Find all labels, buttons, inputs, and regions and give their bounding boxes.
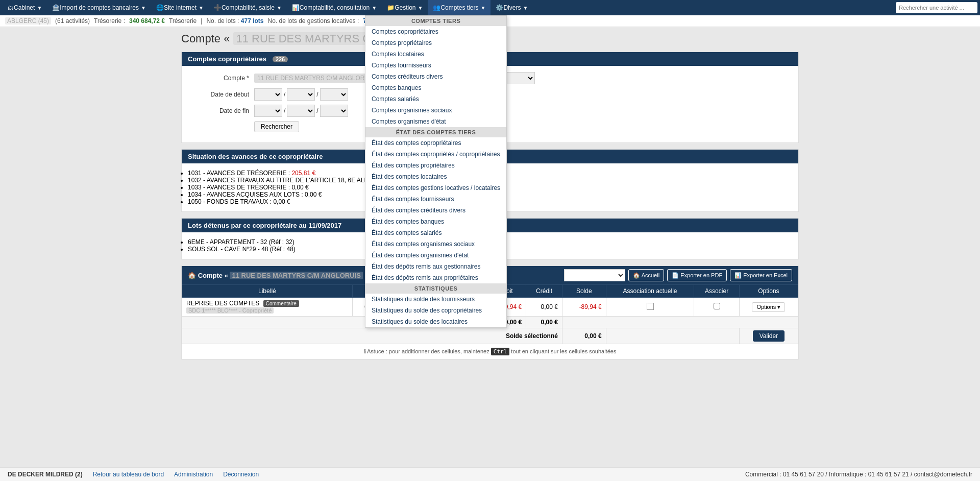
dropdown-item-comptes-organismes-sociaux[interactable]: Comptes organismes sociaux	[365, 105, 506, 116]
dropdown-item-etat-proprietaires[interactable]: État des comptes propriétaires	[365, 160, 506, 171]
comment-badge[interactable]: Commentaire	[263, 300, 299, 307]
form-compte-label: Compte *	[188, 75, 254, 82]
info-blurred-name: ABLGERC (45)	[5, 17, 51, 25]
gestion-icon: 📁	[387, 4, 395, 11]
compte-select[interactable]	[564, 269, 625, 281]
navbar-gestion[interactable]: 📁 Gestion ▼	[382, 0, 428, 15]
panel-situation-title: Situation des avances de ce copropriétai…	[188, 153, 323, 160]
compta-saisie-caret: ▼	[277, 5, 282, 11]
divers-caret: ▼	[523, 5, 528, 11]
navbar-cabinet-label: Cabinet	[14, 4, 35, 11]
dropdown-item-etat-locataires[interactable]: État des comptes locataires	[365, 171, 506, 182]
dropdown-item-etat-depots-proprietaires[interactable]: État des dépôts remis aux propriétaires	[365, 272, 506, 283]
options-dropdown-button[interactable]: Options ▾	[752, 302, 785, 312]
site-icon: 🌐	[156, 4, 164, 11]
info-lots-gestion: No. de lots de gestions locatives :	[267, 17, 359, 25]
dropdown-item-comptes-locataires[interactable]: Comptes locataires	[365, 49, 506, 60]
th-options: Options	[739, 285, 798, 298]
dropdown-item-comptes-salaries[interactable]: Comptes salariés	[365, 93, 506, 105]
dropdown-item-etat-banques[interactable]: État des comptes banques	[365, 216, 506, 227]
cabinet-caret: ▼	[37, 5, 42, 11]
search-button[interactable]: Rechercher	[254, 121, 299, 132]
dropdown-item-stats-fournisseurs[interactable]: Statistiques du solde des fournisseurs	[365, 294, 506, 305]
info-lots-value[interactable]: 477 lots	[241, 17, 264, 25]
td-libelle: REPRISE DES COMPTES Commentaire SDC 1***…	[182, 298, 353, 317]
dropdown-item-comptes-banques[interactable]: Comptes banques	[365, 82, 506, 93]
navbar-import-label: Import de comptes bancaires	[60, 4, 139, 11]
form-date-debut-year[interactable]	[320, 88, 348, 101]
tip-bar: ℹ Astuce : pour additionner des cellules…	[182, 344, 798, 359]
assoc-checkbox[interactable]	[647, 303, 654, 310]
dropdown-item-comptes-fournisseurs[interactable]: Comptes fournisseurs	[365, 60, 506, 71]
footer: DE DECKER MILDRED (2) Retour au tableau …	[0, 467, 980, 481]
navbar: 🗂 Cabinet ▼ 🏦 Import de comptes bancaire…	[0, 0, 980, 15]
export-excel-button[interactable]: 📊 Exporter en Excel	[730, 269, 792, 281]
info-activities: (61 activités)	[55, 17, 90, 25]
navbar-import[interactable]: 🏦 Import de comptes bancaires ▼	[47, 0, 151, 15]
table-row-solde: Solde sélectionné 0,00 € Valider	[182, 328, 798, 344]
dropdown-item-etat-depots-gestionnaires[interactable]: État des dépôts remis aux gestionnaires	[365, 261, 506, 272]
form-date-fin-year[interactable]	[320, 105, 348, 117]
dropdown-item-stats-locataires[interactable]: Statistiques du solde des locataires	[365, 316, 506, 327]
footer-user: DE DECKER MILDRED (2)	[8, 471, 83, 478]
panel-copro-title: Comptes copropriétaires	[188, 55, 266, 63]
td-associer	[694, 298, 739, 317]
dropdown-item-etat-organismes-etat[interactable]: État des comptes organismes d'état	[365, 250, 506, 261]
tip-icon: ℹ	[364, 348, 366, 354]
navbar-site[interactable]: 🌐 Site internet ▼	[151, 0, 209, 15]
dropdown-section-header-etat: ÉTAT DES COMPTES TIERS	[365, 127, 506, 137]
dropdown-item-etat-gestions-locatives[interactable]: État des comptes gestions locatives / lo…	[365, 182, 506, 194]
td-options: Options ▾	[739, 298, 798, 317]
compta-consultation-icon: 📊	[292, 4, 300, 11]
dropdown-item-etat-fournisseurs[interactable]: État des comptes fournisseurs	[365, 194, 506, 205]
accueil-button[interactable]: 🏠 Accueil	[628, 269, 664, 281]
td-solde: -89,94 €	[562, 298, 606, 317]
valider-button[interactable]: Valider	[753, 330, 785, 342]
navbar-divers[interactable]: ⚙️ Divers ▼	[491, 0, 533, 15]
navbar-compta-consultation[interactable]: 📊 Comptabilité, consultation ▼	[287, 0, 382, 15]
dropdown-item-stats-coproprietaires[interactable]: Statistiques du solde des copropriétaire…	[365, 305, 506, 316]
navbar-compta-saisie[interactable]: ➕ Comptabilité, saisie ▼	[209, 0, 287, 15]
comptes-tiers-icon: 👥	[433, 4, 440, 11]
divers-icon: ⚙️	[496, 4, 503, 11]
gestion-caret: ▼	[418, 5, 423, 11]
footer-link-deconnexion[interactable]: Déconnexion	[223, 471, 259, 478]
th-associer: Associer	[694, 285, 739, 298]
cabinet-icon: 🗂	[8, 4, 14, 11]
export-pdf-button[interactable]: 📄 Exporter en PDF	[667, 269, 727, 281]
tip-key: Ctrl	[491, 348, 510, 355]
date-sep2: /	[315, 91, 320, 98]
navbar-comptes-tiers[interactable]: 👥 Comptes tiers ▼	[428, 0, 491, 15]
dropdown-item-etat-coproprietaires[interactable]: État des comptes copropriétaires	[365, 137, 506, 149]
form-date-debut-month[interactable]	[287, 88, 315, 101]
tip-end: tout en cliquant sur les cellules souhai…	[511, 348, 616, 354]
td-credit: 0,00 €	[526, 298, 562, 317]
dropdown-item-etat-crediteurs-divers[interactable]: État des comptes créditeurs divers	[365, 205, 506, 216]
form-date-debut-day[interactable]	[254, 88, 282, 101]
associer-checkbox[interactable]	[714, 303, 720, 309]
dropdown-item-comptes-coproprietaires[interactable]: Comptes copropriétaires	[365, 26, 506, 37]
dropdown-item-comptes-proprietaires[interactable]: Comptes propriétaires	[365, 37, 506, 49]
dropdown-item-comptes-crediteurs-divers[interactable]: Comptes créditeurs divers	[365, 71, 506, 82]
dropdown-item-etat-coproprietes-coproprietaires[interactable]: État des comptes copropriétés / copropri…	[365, 149, 506, 160]
panel-header-buttons: 🏠 Accueil 📄 Exporter en PDF 📊 Exporter e…	[564, 269, 792, 281]
td-solde-label: Solde sélectionné	[182, 328, 562, 344]
dropdown-item-etat-organismes-sociaux[interactable]: État des comptes organismes sociaux	[365, 238, 506, 250]
panel-lots-title: Lots détenus par ce copropriétaire au 11…	[188, 222, 341, 229]
form-date-fin-month[interactable]	[287, 105, 315, 117]
compte-title-blurred: 11 RUE DES MARTYRS C/M ANGLORUIS	[230, 272, 362, 279]
footer-link-administration[interactable]: Administration	[174, 471, 213, 478]
dropdown-item-comptes-organismes-etat[interactable]: Comptes organismes d'état	[365, 116, 506, 127]
footer-link-retour[interactable]: Retour au tableau de bord	[93, 471, 164, 478]
td-libelle-sub: SDC 1***** BLO**** - Copropriété	[186, 307, 274, 314]
import-caret: ▼	[141, 5, 146, 11]
site-caret: ▼	[199, 5, 204, 11]
search-input[interactable]	[896, 2, 977, 13]
td-solde-empty	[606, 328, 739, 344]
navbar-cabinet[interactable]: 🗂 Cabinet ▼	[3, 0, 47, 15]
tip-text: Astuce : pour additionner des cellules, …	[367, 348, 489, 354]
info-tresorerie-value: 340 684,72 €	[129, 17, 165, 25]
form-date-fin-day[interactable]	[254, 105, 282, 117]
navbar-compta-saisie-label: Comptabilité, saisie	[222, 4, 275, 11]
dropdown-item-etat-salaries[interactable]: État des comptes salariés	[365, 227, 506, 238]
